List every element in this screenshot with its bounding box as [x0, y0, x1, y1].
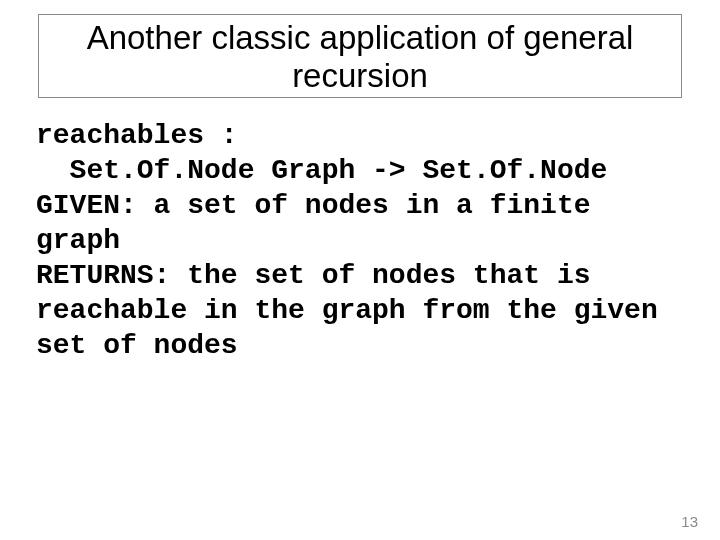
code-content: reachables : Set.Of.Node Graph -> Set.Of…: [36, 118, 684, 363]
slide-title: Another classic application of general r…: [47, 19, 673, 95]
title-box: Another classic application of general r…: [38, 14, 682, 98]
page-number: 13: [681, 513, 698, 530]
